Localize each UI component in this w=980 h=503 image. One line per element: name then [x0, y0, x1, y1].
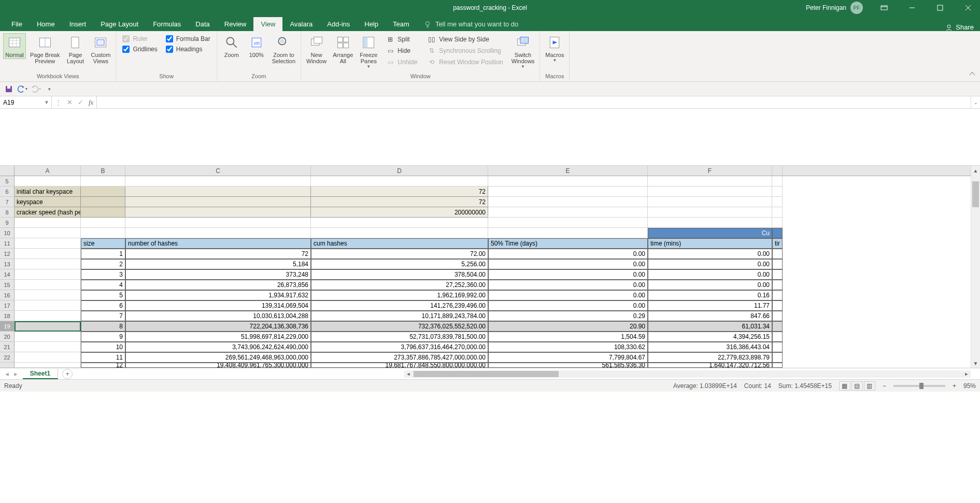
- row-header-11[interactable]: 11: [0, 238, 15, 249]
- more-button[interactable]: ⋮: [55, 98, 62, 106]
- table-cell[interactable]: 52,731,073,839,781,500.00: [311, 332, 488, 342]
- cell[interactable]: [311, 218, 488, 228]
- cell[interactable]: [81, 197, 125, 207]
- row-header-15[interactable]: 15: [0, 280, 15, 290]
- table-cell[interactable]: 732,376,025,552,520.00: [311, 321, 488, 332]
- macros-button[interactable]: Macros ▼: [543, 33, 566, 64]
- table-cell[interactable]: 5: [81, 290, 125, 300]
- tab-file[interactable]: File: [4, 17, 30, 31]
- tab-data[interactable]: Data: [188, 17, 217, 31]
- col-header-a[interactable]: A: [15, 166, 81, 176]
- cell-label[interactable]: cracker speed (hash per second): [15, 207, 81, 218]
- cell[interactable]: [648, 186, 772, 197]
- scroll-down-arrow[interactable]: ▼: [971, 358, 980, 368]
- cancel-button[interactable]: ✕: [67, 98, 73, 106]
- cell[interactable]: [772, 352, 783, 363]
- page-layout-button[interactable]: Page Layout: [64, 33, 87, 65]
- cell[interactable]: [125, 228, 311, 238]
- zoom-level[interactable]: 95%: [963, 382, 976, 390]
- cell[interactable]: [772, 269, 783, 280]
- row-header-21[interactable]: 21: [0, 342, 15, 352]
- cell[interactable]: [772, 321, 783, 332]
- table-cell[interactable]: 0.29: [488, 311, 648, 321]
- row-header-9[interactable]: 9: [0, 218, 15, 228]
- cell-label[interactable]: keyspace: [15, 197, 81, 207]
- save-button[interactable]: [3, 83, 15, 95]
- cell[interactable]: [488, 197, 648, 207]
- sheet-tab-sheet1[interactable]: Sheet1: [23, 369, 58, 379]
- table-cell[interactable]: 378,504.00: [311, 269, 488, 280]
- row-header-12[interactable]: 12: [0, 249, 15, 259]
- table-cell[interactable]: 4,394,256.15: [648, 332, 772, 342]
- table-cell[interactable]: 7,799,804.67: [488, 352, 648, 363]
- cell[interactable]: [772, 280, 783, 290]
- tell-me[interactable]: Tell me what you want to do: [417, 17, 525, 31]
- row-header-20[interactable]: 20: [0, 332, 15, 342]
- row-header-22[interactable]: 22: [0, 352, 15, 363]
- split-button[interactable]: ⊞Split: [384, 34, 419, 45]
- cell[interactable]: [772, 259, 783, 269]
- table-cell[interactable]: 1,962,169,992.00: [311, 290, 488, 300]
- table-cell[interactable]: 847.66: [648, 311, 772, 321]
- select-all-corner[interactable]: [0, 166, 15, 176]
- enter-button[interactable]: ✓: [78, 98, 83, 106]
- table-cell[interactable]: 0.00: [488, 249, 648, 259]
- share-button[interactable]: Share: [945, 23, 974, 31]
- formula-input[interactable]: [97, 96, 971, 108]
- table-header[interactable]: size: [81, 238, 125, 249]
- ruler-checkbox[interactable]: Ruler: [122, 35, 157, 42]
- cell[interactable]: [311, 176, 488, 186]
- scroll-up-arrow[interactable]: ▲: [971, 166, 980, 175]
- cell[interactable]: [311, 228, 488, 238]
- table-cell[interactable]: 72.00: [311, 249, 488, 259]
- table-cell[interactable]: 51,998,697,814,229,000: [125, 332, 311, 342]
- col-header-g[interactable]: [772, 166, 783, 176]
- table-cell[interactable]: 141,276,239,496.00: [311, 300, 488, 311]
- table-cell[interactable]: 10,171,889,243,784.00: [311, 311, 488, 321]
- row-header-19[interactable]: 19: [0, 321, 15, 332]
- table-cell[interactable]: 3,796,637,316,464,270,000.00: [311, 342, 488, 352]
- cell[interactable]: [15, 228, 81, 238]
- table-cell[interactable]: 722,204,136,308,736: [125, 321, 311, 332]
- table-cell[interactable]: 22,779,823,898.79: [648, 352, 772, 363]
- row-header-18[interactable]: 18: [0, 311, 15, 321]
- expand-formula-bar[interactable]: ⌄: [971, 96, 980, 108]
- customize-qat-button[interactable]: ▾: [44, 83, 55, 95]
- cell[interactable]: [81, 228, 125, 238]
- cell[interactable]: [15, 300, 81, 311]
- cell[interactable]: [648, 176, 772, 186]
- table-cell[interactable]: 10: [81, 342, 125, 352]
- table-header[interactable]: 50% Time (days): [488, 238, 648, 249]
- cell[interactable]: [125, 218, 311, 228]
- cell[interactable]: [772, 228, 783, 238]
- freeze-panes-button[interactable]: Freeze Panes ▼: [357, 33, 380, 70]
- table-cell[interactable]: 8: [81, 321, 125, 332]
- table-cell[interactable]: 0.00: [648, 269, 772, 280]
- table-cell[interactable]: 0.00: [648, 249, 772, 259]
- scroll-left-arrow[interactable]: ◄: [404, 370, 413, 378]
- cell[interactable]: [772, 342, 783, 352]
- table-cell[interactable]: 1,504.59: [488, 332, 648, 342]
- cell[interactable]: [15, 280, 81, 290]
- row-header-13[interactable]: 13: [0, 259, 15, 269]
- cell[interactable]: [15, 363, 81, 368]
- cell[interactable]: [772, 176, 783, 186]
- cell[interactable]: [15, 332, 81, 342]
- table-cell[interactable]: 269,561,249,468,963,000,000: [125, 352, 311, 363]
- col-header-f[interactable]: F: [648, 166, 772, 176]
- minimize-button[interactable]: [900, 0, 924, 16]
- tab-avalara[interactable]: Avalara: [282, 17, 320, 31]
- col-header-d[interactable]: D: [311, 166, 488, 176]
- cell[interactable]: [488, 207, 648, 218]
- normal-view-status-button[interactable]: ▦: [839, 381, 850, 391]
- cell[interactable]: tir: [772, 238, 783, 249]
- cell[interactable]: [772, 207, 783, 218]
- table-cell[interactable]: 27,252,360.00: [311, 280, 488, 290]
- zoom-slider-knob[interactable]: [919, 383, 924, 389]
- cell[interactable]: 19,408,409,961,765,300,000,000: [125, 363, 311, 368]
- cell[interactable]: [81, 186, 125, 197]
- cell[interactable]: [125, 197, 311, 207]
- cell[interactable]: [15, 249, 81, 259]
- cell[interactable]: 561,585,936.30: [488, 363, 648, 368]
- table-cell[interactable]: 0.00: [488, 290, 648, 300]
